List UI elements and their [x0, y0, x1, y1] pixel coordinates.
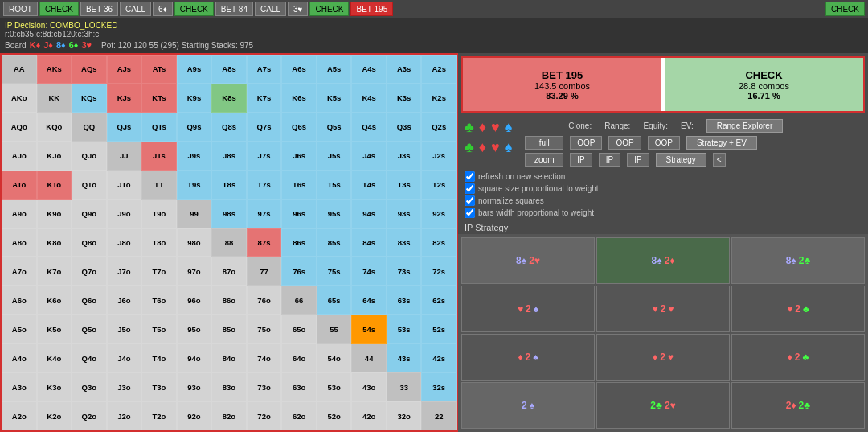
grid-cell[interactable]: J4s [351, 142, 387, 171]
strategy-ev-btn[interactable]: Strategy + EV [686, 136, 757, 150]
grid-cell[interactable]: K4o [37, 344, 72, 372]
nav-check-2[interactable]: CHECK [174, 2, 214, 16]
grid-cell[interactable]: 98o [177, 228, 212, 257]
grid-cell[interactable]: A5s [317, 55, 352, 84]
grid-cell[interactable]: J2o [107, 401, 142, 430]
grid-cell[interactable]: AA [2, 55, 37, 84]
grid-cell[interactable]: 97s [247, 200, 282, 228]
grid-cell[interactable]: ATs [141, 55, 177, 84]
grid-cell[interactable]: J3o [107, 372, 142, 401]
grid-cell[interactable]: AQs [72, 55, 107, 84]
grid-cell[interactable]: 44 [351, 344, 387, 372]
grid-cell[interactable]: 74o [247, 344, 282, 372]
grid-cell[interactable]: JJ [107, 142, 142, 171]
grid-cell[interactable]: Q3o [72, 372, 107, 401]
grid-cell[interactable]: Q7o [72, 257, 107, 286]
grid-cell[interactable]: K2s [421, 84, 457, 113]
card-cell-d2c[interactable]: ♦ 2 ♣ [731, 334, 865, 381]
grid-cell[interactable]: A2o [2, 401, 37, 430]
grid-cell[interactable]: 43s [387, 344, 422, 372]
ip-ev-btn[interactable]: IP [627, 153, 649, 167]
grid-cell[interactable]: 83s [387, 228, 422, 257]
grid-cell[interactable]: K7s [247, 84, 282, 113]
grid-cell[interactable]: 55 [317, 315, 352, 344]
nav-check-1[interactable]: CHECK [39, 2, 79, 16]
grid-cell[interactable]: TT [141, 171, 177, 200]
nav-3h[interactable]: 3♥ [288, 2, 309, 16]
grid-cell[interactable]: K7o [37, 257, 72, 286]
grid-cell[interactable]: 97o [177, 257, 212, 286]
grid-cell[interactable]: 64o [281, 344, 317, 372]
nav-call-1[interactable]: CALL [120, 2, 151, 16]
grid-cell[interactable]: 84s [351, 228, 387, 257]
strategy-btn[interactable]: Strategy [656, 153, 706, 167]
grid-cell[interactable]: ATo [2, 171, 37, 200]
grid-cell[interactable]: 95o [177, 315, 212, 344]
grid-cell[interactable]: Q6o [72, 286, 107, 315]
full-btn[interactable]: full [525, 136, 563, 150]
square-size-checkbox[interactable] [465, 183, 475, 194]
nav-bet195[interactable]: BET 195 [350, 2, 393, 16]
nav-check-3[interactable]: CHECK [309, 2, 349, 16]
nav-6d[interactable]: 6♦ [153, 2, 173, 16]
grid-cell[interactable]: J9o [107, 200, 142, 228]
nav-bet36[interactable]: BET 36 [80, 2, 118, 16]
grid-cell[interactable]: 87s [247, 228, 282, 257]
grid-cell[interactable]: J5o [107, 315, 142, 344]
grid-cell[interactable]: 85o [211, 315, 247, 344]
grid-cell[interactable]: A9s [177, 55, 212, 84]
grid-cell[interactable]: T7o [141, 257, 177, 286]
grid-cell[interactable]: 84o [211, 344, 247, 372]
grid-cell[interactable]: QJo [72, 142, 107, 171]
oop-range-btn[interactable]: OOP [570, 136, 602, 150]
grid-cell[interactable]: A8s [211, 55, 247, 84]
grid-cell[interactable]: AJs [107, 55, 142, 84]
grid-cell[interactable]: Q4s [351, 113, 387, 142]
grid-cell[interactable]: 93s [387, 200, 422, 228]
grid-cell[interactable]: 54s [351, 315, 387, 344]
grid-cell[interactable]: K2o [37, 401, 72, 430]
grid-cell[interactable]: KTo [37, 171, 72, 200]
card-cell-d2s[interactable]: ♦ 2 ♠ [461, 334, 595, 381]
grid-cell[interactable]: 82s [421, 228, 457, 257]
oop-equity-btn[interactable]: OOP [608, 136, 641, 150]
grid-cell[interactable]: JTo [107, 171, 142, 200]
grid-cell[interactable]: 53s [387, 315, 422, 344]
normalize-checkbox[interactable] [465, 195, 475, 206]
grid-cell[interactable]: 54o [317, 344, 352, 372]
grid-cell[interactable]: 73s [387, 257, 422, 286]
grid-cell[interactable]: T4o [141, 344, 177, 372]
grid-cell[interactable]: 94o [177, 344, 212, 372]
grid-cell[interactable]: 85s [317, 228, 352, 257]
card-cell-h2s[interactable]: ♥ 2 ♠ [461, 286, 595, 332]
grid-cell[interactable]: 96o [177, 286, 212, 315]
grid-cell[interactable]: QQ [72, 113, 107, 142]
grid-cell[interactable]: 77 [247, 257, 282, 286]
grid-cell[interactable]: 94s [351, 200, 387, 228]
card-cell-8s2h[interactable]: 8♠ 2♥ [461, 237, 595, 284]
grid-cell[interactable]: J8o [107, 228, 142, 257]
grid-cell[interactable]: 62s [421, 286, 457, 315]
grid-cell[interactable]: 96s [281, 200, 317, 228]
grid-cell[interactable]: J7o [107, 257, 142, 286]
grid-cell[interactable]: AKo [2, 84, 37, 113]
grid-cell[interactable]: 42o [351, 401, 387, 430]
grid-cell[interactable]: 62o [281, 401, 317, 430]
grid-cell[interactable]: KQo [37, 113, 72, 142]
spade-icon[interactable]: ♠ [505, 119, 513, 136]
club-icon[interactable]: ♣ [465, 119, 474, 136]
card-cell-h2c[interactable]: ♥ 2 ♣ [731, 286, 865, 332]
grid-cell[interactable]: 42s [421, 344, 457, 372]
grid-cell[interactable]: J3s [387, 142, 422, 171]
grid-cell[interactable]: J4o [107, 344, 142, 372]
grid-cell[interactable]: 65s [317, 286, 352, 315]
grid-cell[interactable]: Q5s [317, 113, 352, 142]
grid-cell[interactable]: K9o [37, 200, 72, 228]
grid-cell[interactable]: Q5o [72, 315, 107, 344]
grid-cell[interactable]: K3s [387, 84, 422, 113]
grid-cell[interactable]: 72s [421, 257, 457, 286]
grid-cell[interactable]: 88 [211, 228, 247, 257]
grid-cell[interactable]: J8s [211, 142, 247, 171]
grid-cell[interactable]: T5s [317, 171, 352, 200]
grid-cell[interactable]: K6o [37, 286, 72, 315]
